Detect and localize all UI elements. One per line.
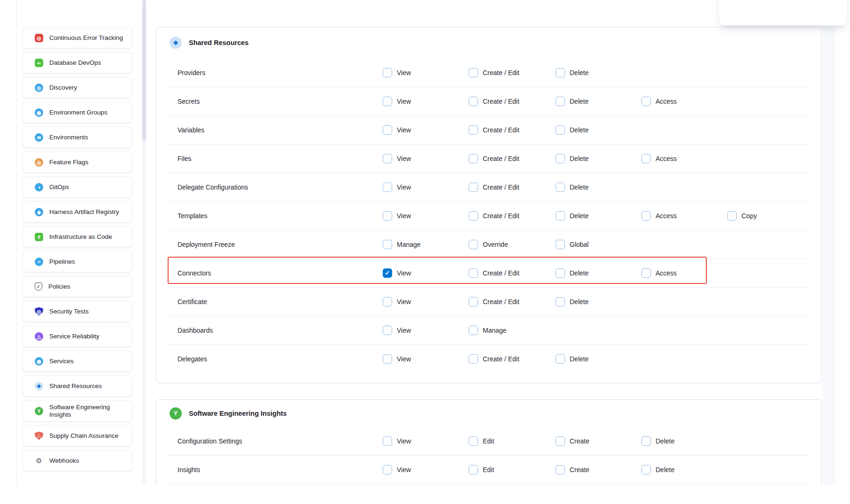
permission-files-delete[interactable]: Delete <box>556 154 588 163</box>
checkbox-unchecked[interactable] <box>469 326 478 335</box>
checkbox-unchecked[interactable] <box>556 183 565 192</box>
sidebar-item-feature-flags[interactable]: ◎Feature Flags <box>23 152 132 173</box>
checkbox-unchecked[interactable] <box>641 465 651 474</box>
checkbox-unchecked[interactable] <box>556 125 565 135</box>
permission-deployment-freeze-override[interactable]: Override <box>469 240 508 249</box>
permission-delegate-configurations-view[interactable]: View <box>383 183 411 192</box>
checkbox-unchecked[interactable] <box>383 326 392 335</box>
checkbox-unchecked[interactable] <box>383 125 392 135</box>
checkbox-checked[interactable]: ✓ <box>383 268 392 278</box>
permission-templates-access[interactable]: Access <box>641 211 677 221</box>
permission-providers-create-edit[interactable]: Create / Edit <box>469 68 519 77</box>
sidebar-item-services[interactable]: ◉Services <box>23 351 132 372</box>
permission-templates-create-edit[interactable]: Create / Edit <box>469 211 519 221</box>
checkbox-unchecked[interactable] <box>383 436 392 446</box>
checkbox-unchecked[interactable] <box>469 354 478 364</box>
sidebar-item-policies[interactable]: ✓Policies <box>23 276 132 297</box>
checkbox-unchecked[interactable] <box>556 297 565 306</box>
checkbox-unchecked[interactable] <box>469 268 478 278</box>
checkbox-unchecked[interactable] <box>383 211 392 221</box>
checkbox-unchecked[interactable] <box>469 183 478 192</box>
permission-connectors-delete[interactable]: Delete <box>556 268 588 278</box>
checkbox-unchecked[interactable] <box>469 125 478 135</box>
checkbox-unchecked[interactable] <box>383 354 392 364</box>
permission-delegate-configurations-delete[interactable]: Delete <box>556 183 588 192</box>
checkbox-unchecked[interactable] <box>556 211 565 221</box>
permission-secrets-view[interactable]: View <box>383 97 411 106</box>
permission-insights-create[interactable]: Create <box>556 465 589 474</box>
sidebar-item-environment-groups[interactable]: ◉Environment Groups <box>23 102 132 123</box>
checkbox-unchecked[interactable] <box>727 211 737 221</box>
checkbox-unchecked[interactable] <box>469 211 478 221</box>
permission-deployment-freeze-global[interactable]: Global <box>556 240 588 249</box>
checkbox-unchecked[interactable] <box>383 68 392 77</box>
sidebar-item-continuous-error-tracking[interactable]: ◎Continuous Error Tracking <box>23 27 132 48</box>
permission-connectors-create-edit[interactable]: Create / Edit <box>469 268 519 278</box>
permission-certificate-delete[interactable]: Delete <box>556 297 588 306</box>
permission-configuration-settings-edit[interactable]: Edit <box>469 436 494 446</box>
permission-secrets-create-edit[interactable]: Create / Edit <box>469 97 519 106</box>
checkbox-unchecked[interactable] <box>469 154 478 163</box>
permission-insights-delete[interactable]: Delete <box>641 465 674 474</box>
checkbox-unchecked[interactable] <box>641 97 651 106</box>
sidebar-item-webhooks[interactable]: ⚙Webhooks <box>23 450 132 471</box>
checkbox-unchecked[interactable] <box>469 97 478 106</box>
checkbox-unchecked[interactable] <box>469 465 478 474</box>
checkbox-unchecked[interactable] <box>469 297 478 306</box>
permission-dashboards-manage[interactable]: Manage <box>469 326 507 335</box>
permission-templates-view[interactable]: View <box>383 211 411 221</box>
permission-delegate-configurations-create-edit[interactable]: Create / Edit <box>469 183 519 192</box>
permission-insights-edit[interactable]: Edit <box>469 465 494 474</box>
checkbox-unchecked[interactable] <box>556 436 565 446</box>
checkbox-unchecked[interactable] <box>383 183 392 192</box>
checkbox-unchecked[interactable] <box>641 154 651 163</box>
checkbox-unchecked[interactable] <box>469 240 478 249</box>
permission-variables-view[interactable]: View <box>383 125 411 135</box>
checkbox-unchecked[interactable] <box>383 97 392 106</box>
permission-connectors-access[interactable]: Access <box>641 268 677 278</box>
permission-providers-view[interactable]: View <box>383 68 411 77</box>
permission-connectors-view[interactable]: ✓View <box>383 268 411 278</box>
permission-variables-create-edit[interactable]: Create / Edit <box>469 125 519 135</box>
main-scrollbar[interactable] <box>823 27 835 485</box>
checkbox-unchecked[interactable] <box>556 465 565 474</box>
checkbox-unchecked[interactable] <box>556 354 565 364</box>
permission-templates-delete[interactable]: Delete <box>556 211 588 221</box>
permission-dashboards-view[interactable]: View <box>383 326 411 335</box>
sidebar-item-software-engineering-insights[interactable]: YSoftware Engineering Insights <box>23 400 132 421</box>
sidebar-item-pipelines[interactable]: ≈Pipelines <box>23 251 132 272</box>
permission-delegates-create-edit[interactable]: Create / Edit <box>469 354 519 364</box>
checkbox-unchecked[interactable] <box>556 97 565 106</box>
permission-files-access[interactable]: Access <box>641 154 677 163</box>
checkbox-unchecked[interactable] <box>469 68 478 77</box>
permission-files-create-edit[interactable]: Create / Edit <box>469 154 519 163</box>
checkbox-unchecked[interactable] <box>383 297 392 306</box>
sidebar-item-supply-chain-assurance[interactable]: ∴Supply Chain Assurance <box>23 425 132 446</box>
sidebar-item-security-tests[interactable]: ◎Security Tests <box>23 301 132 322</box>
sidebar-item-database-devops[interactable]: ∞Database DevOps <box>23 52 132 73</box>
sidebar-item-environments[interactable]: ≋Environments <box>23 127 132 148</box>
permission-insights-view[interactable]: View <box>383 465 411 474</box>
permission-files-view[interactable]: View <box>383 154 411 163</box>
checkbox-unchecked[interactable] <box>641 436 651 446</box>
permission-templates-copy[interactable]: Copy <box>727 211 757 221</box>
permission-configuration-settings-view[interactable]: View <box>383 436 411 446</box>
sidebar-scrollbar-thumb[interactable] <box>142 0 146 141</box>
sidebar-item-shared-resources[interactable]: ❖Shared Resources <box>23 375 132 397</box>
sidebar-item-service-reliability[interactable]: △Service Reliability <box>23 326 132 347</box>
permission-certificate-create-edit[interactable]: Create / Edit <box>469 297 519 306</box>
permission-configuration-settings-create[interactable]: Create <box>556 436 589 446</box>
checkbox-unchecked[interactable] <box>383 154 392 163</box>
checkbox-unchecked[interactable] <box>556 154 565 163</box>
checkbox-unchecked[interactable] <box>556 268 565 278</box>
checkbox-unchecked[interactable] <box>556 240 565 249</box>
permission-delegates-view[interactable]: View <box>383 354 411 364</box>
permission-providers-delete[interactable]: Delete <box>556 68 588 77</box>
permission-certificate-view[interactable]: View <box>383 297 411 306</box>
permission-configuration-settings-delete[interactable]: Delete <box>641 436 674 446</box>
checkbox-unchecked[interactable] <box>556 68 565 77</box>
sidebar-item-discovery[interactable]: ◎Discovery <box>23 77 132 98</box>
permission-secrets-delete[interactable]: Delete <box>556 97 588 106</box>
checkbox-unchecked[interactable] <box>383 465 392 474</box>
permission-deployment-freeze-manage[interactable]: Manage <box>383 240 421 249</box>
